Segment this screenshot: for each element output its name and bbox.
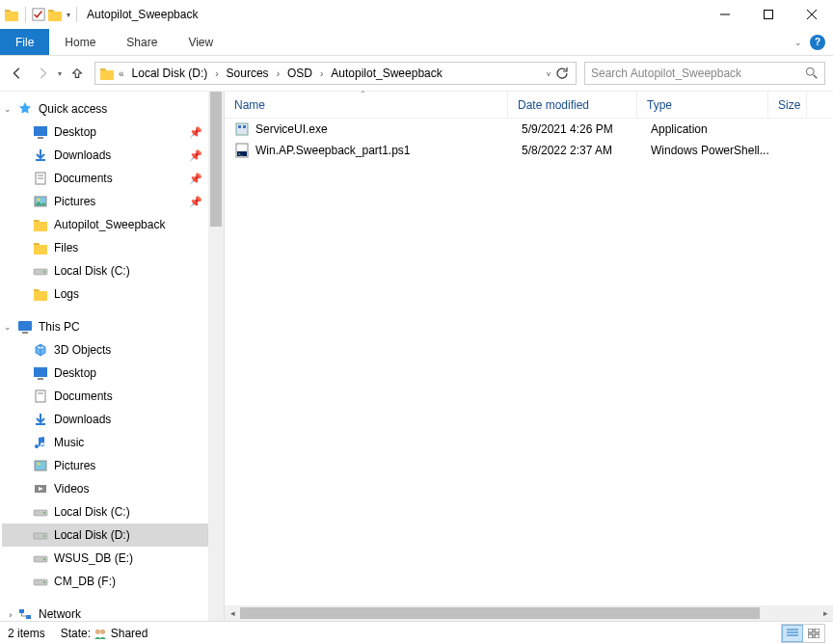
- tab-share[interactable]: Share: [111, 29, 173, 55]
- minimize-button[interactable]: [703, 0, 746, 29]
- tree-item-desktop[interactable]: Desktop: [2, 362, 224, 385]
- tree-label: Quick access: [39, 102, 107, 116]
- breadcrumb[interactable]: Local Disk (D:): [126, 63, 214, 84]
- tree-item-documents[interactable]: Documents📌: [2, 167, 224, 190]
- tree-item-drive-f[interactable]: CM_DB (F:): [2, 570, 224, 593]
- cube-icon: [33, 342, 48, 358]
- refresh-icon[interactable]: [554, 66, 570, 81]
- navigation-bar: ▾ « Local Disk (D:) › Sources › OSD › Au…: [0, 56, 833, 91]
- tree-item-music[interactable]: Music: [2, 431, 224, 454]
- tree-item-folder[interactable]: Files: [2, 236, 224, 259]
- tree-network[interactable]: ⌄ Network: [2, 603, 224, 621]
- svg-text:>_: >_: [238, 151, 243, 156]
- tree-item-drive[interactable]: Local Disk (C:): [2, 259, 224, 282]
- svg-rect-40: [808, 634, 813, 638]
- forward-button[interactable]: [33, 64, 52, 83]
- svg-point-9: [806, 67, 814, 75]
- folder-icon[interactable]: [47, 7, 63, 22]
- back-button[interactable]: [8, 64, 27, 83]
- chevron-right-icon[interactable]: ⌄: [4, 609, 13, 619]
- status-item-count: 2 items: [8, 627, 45, 640]
- svg-rect-18: [34, 367, 47, 377]
- downloads-icon: [33, 148, 48, 163]
- breadcrumb[interactable]: Sources: [221, 63, 275, 84]
- music-icon: [33, 435, 48, 450]
- svg-rect-28: [238, 125, 241, 128]
- thumbnails-view-button[interactable]: [803, 625, 824, 642]
- checkbox-icon[interactable]: [32, 8, 45, 21]
- details-view-button[interactable]: [782, 625, 803, 642]
- file-tab[interactable]: File: [0, 29, 49, 55]
- svg-rect-19: [38, 378, 43, 380]
- tab-home[interactable]: Home: [49, 29, 111, 55]
- column-header-date[interactable]: Date modified: [508, 92, 637, 118]
- chevron-right-icon[interactable]: ›: [213, 68, 220, 79]
- window-title: Autopilot_Sweepback: [87, 8, 198, 21]
- column-header-type[interactable]: Type: [637, 92, 768, 118]
- scroll-right-icon[interactable]: ▸: [818, 605, 833, 621]
- tree-item-desktop[interactable]: Desktop📌: [2, 121, 224, 144]
- pin-icon: 📌: [189, 196, 202, 208]
- tree-label: Logs: [54, 287, 79, 301]
- ribbon-expand-icon[interactable]: ⌄: [794, 38, 802, 47]
- qat-dropdown-icon[interactable]: ▾: [67, 11, 70, 19]
- tree-item-3dobjects[interactable]: 3D Objects: [2, 338, 224, 362]
- svg-rect-41: [815, 634, 820, 638]
- chevron-right-icon[interactable]: «: [117, 68, 126, 79]
- quick-access-toolbar: ▾: [4, 7, 81, 22]
- tree-item-videos[interactable]: Videos: [2, 477, 224, 500]
- tree-label: Pictures: [54, 195, 95, 208]
- file-list[interactable]: ServiceUI.exe 5/9/2021 4:26 PM Applicati…: [225, 119, 833, 605]
- tree-this-pc[interactable]: ⌄ This PC: [2, 315, 224, 338]
- tree-label: 3D Objects: [54, 343, 111, 357]
- address-dropdown-icon[interactable]: v: [547, 69, 551, 78]
- breadcrumb[interactable]: OSD: [282, 63, 318, 84]
- chevron-down-icon[interactable]: ⌄: [4, 104, 13, 114]
- tab-view[interactable]: View: [173, 29, 228, 55]
- chevron-right-icon[interactable]: ›: [318, 68, 325, 79]
- tree-item-drive-e[interactable]: WSUS_DB (E:): [2, 547, 224, 570]
- chevron-down-icon[interactable]: ⌄: [4, 322, 13, 332]
- tree-item-documents[interactable]: Documents: [2, 385, 224, 408]
- up-button[interactable]: [67, 64, 87, 83]
- svg-rect-6: [764, 11, 772, 19]
- tree-item-pictures[interactable]: Pictures📌: [2, 190, 224, 213]
- tree-item-pictures[interactable]: Pictures: [2, 454, 224, 477]
- file-list-pane: ⌃ Name Date modified Type Size ServiceUI…: [225, 92, 833, 621]
- tree-label: Desktop: [54, 366, 96, 380]
- scroll-left-icon[interactable]: ◂: [225, 605, 240, 621]
- tree-label: Documents: [54, 389, 113, 403]
- svg-point-23: [38, 463, 40, 466]
- tree-label: Documents: [54, 172, 113, 185]
- chevron-right-icon[interactable]: ›: [275, 68, 282, 79]
- search-input[interactable]: Search Autopilot_Sweepback: [584, 62, 825, 85]
- tree-label: Autopilot_Sweepback: [54, 218, 165, 231]
- main-pane: ⌄ Quick access Desktop📌 Downloads📌 Docum…: [0, 91, 833, 621]
- tree-label: CM_DB (F:): [54, 575, 116, 588]
- file-row[interactable]: ServiceUI.exe 5/9/2021 4:26 PM Applicati…: [225, 119, 833, 140]
- tree-quick-access[interactable]: ⌄ Quick access: [2, 97, 224, 121]
- horizontal-scrollbar[interactable]: ◂ ▸: [225, 605, 833, 621]
- tree-item-drive-c[interactable]: Local Disk (C:): [2, 500, 224, 523]
- tree-item-downloads[interactable]: Downloads📌: [2, 144, 224, 167]
- pin-icon: 📌: [189, 126, 202, 139]
- help-icon[interactable]: ?: [810, 35, 825, 50]
- tree-item-drive-d[interactable]: Local Disk (D:): [2, 523, 224, 547]
- svg-point-34: [100, 630, 105, 634]
- breadcrumb[interactable]: Autopilot_Sweepback: [325, 63, 447, 84]
- column-header-size[interactable]: Size: [768, 92, 807, 118]
- tree-item-downloads[interactable]: Downloads: [2, 408, 224, 431]
- file-row[interactable]: >_ Win.AP.Sweepback_part1.ps1 5/8/2022 2…: [225, 140, 833, 161]
- tree-scrollbar[interactable]: [208, 92, 224, 621]
- navigation-tree[interactable]: ⌄ Quick access Desktop📌 Downloads📌 Docum…: [0, 92, 224, 621]
- column-header-name[interactable]: Name: [225, 92, 508, 118]
- address-bar[interactable]: « Local Disk (D:) › Sources › OSD › Auto…: [94, 62, 577, 85]
- recent-locations-icon[interactable]: ▾: [58, 69, 62, 78]
- tree-label: Desktop: [54, 125, 96, 139]
- maximize-button[interactable]: [746, 0, 790, 29]
- svg-rect-27: [236, 123, 248, 135]
- close-button[interactable]: [790, 0, 833, 29]
- tree-item-folder[interactable]: Logs: [2, 282, 224, 306]
- file-date: 5/9/2021 4:26 PM: [522, 122, 651, 136]
- tree-item-folder[interactable]: Autopilot_Sweepback: [2, 213, 224, 236]
